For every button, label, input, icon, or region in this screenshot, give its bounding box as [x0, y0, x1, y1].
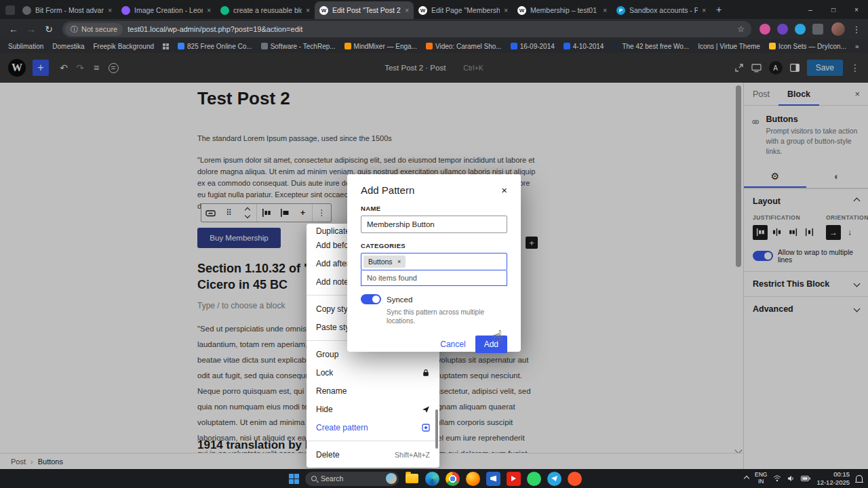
suggestions-list: No items found — [361, 270, 507, 286]
synced-help-text: Sync this pattern across multiple locati… — [387, 308, 507, 325]
info-icon: ⓘ — [71, 24, 78, 35]
windows-taskbar: Search ENG IN 00:15 12-12-2025 — [0, 469, 868, 488]
new-tab-button[interactable]: + — [716, 4, 722, 15]
tab-close-icon[interactable]: × — [504, 7, 508, 14]
browser-menu-kebab-icon[interactable]: ⋮ — [850, 24, 863, 35]
bookmark-item[interactable]: Icon Sets — DryIcon... — [769, 43, 846, 50]
tab-title: Membership – test01 — [530, 6, 599, 14]
wordpress-favicon: W — [517, 6, 526, 15]
bookmark-item[interactable]: Software - TechRep... — [261, 43, 336, 50]
bookmark-favicon — [769, 43, 776, 49]
not-secure-badge[interactable]: ⓘ Not secure — [65, 23, 123, 36]
bookmark-item[interactable]: 16-09-2014 — [511, 43, 555, 50]
brave-icon[interactable] — [568, 472, 582, 486]
synced-toggle[interactable] — [361, 294, 381, 304]
minimize-button[interactable]: – — [799, 0, 822, 19]
menu-scrollbar[interactable] — [435, 409, 438, 449]
bookmark-item[interactable]: Sublimation — [8, 43, 43, 50]
bookmark-item[interactable]: Domestika — [52, 43, 84, 50]
profile-avatar[interactable] — [831, 22, 845, 36]
tab-close-icon[interactable]: × — [603, 7, 607, 14]
bookmarks-bar: Sublimation Domestika Freepik Background… — [0, 39, 868, 53]
pattern-name-input[interactable] — [361, 216, 507, 233]
tab-close-icon[interactable]: × — [405, 7, 409, 14]
chrome-icon[interactable] — [446, 472, 460, 486]
edge-icon[interactable] — [425, 472, 439, 486]
browser-tab-active[interactable]: W Edit Post "Test Post 2" • test01 × — [315, 1, 414, 19]
category-token: Buttons × — [363, 256, 406, 268]
menu-item-delete[interactable]: DeleteShift+Alt+Z — [307, 445, 439, 464]
taskbar-clock[interactable]: 00:15 12-12-2025 — [816, 470, 850, 487]
menu-item-rename[interactable]: Rename — [307, 382, 439, 400]
menu-item-create-pattern[interactable]: Create pattern — [307, 418, 439, 436]
clock-time: 00:15 — [816, 470, 850, 479]
extensions-puzzle-icon[interactable] — [812, 24, 823, 35]
extension-icon-pink[interactable] — [760, 24, 770, 35]
browser-toolbar: ← → ↻ ⓘ Not secure test01.local/wp-admin… — [0, 19, 868, 39]
start-button-icon[interactable] — [289, 474, 299, 484]
close-modal-icon[interactable]: × — [501, 184, 507, 196]
tab-title: Image Creation - Leonardo.Ai X — [134, 6, 203, 14]
close-window-button[interactable]: × — [845, 0, 868, 19]
url-text[interactable]: test01.local/wp-admin/post.php?post=19&a… — [127, 25, 732, 33]
tab-close-icon[interactable]: × — [702, 7, 706, 14]
reload-icon[interactable]: ↻ — [41, 24, 57, 35]
whatsapp-icon[interactable] — [527, 472, 541, 486]
browser-tab-5[interactable]: W Edit Page "Membership" • test0 × — [414, 1, 513, 19]
bookmark-item[interactable]: Video: Caramel Sho... — [426, 43, 502, 50]
bookmark-star-icon[interactable]: ☆ — [737, 24, 745, 34]
taskbar-search[interactable]: Search — [305, 472, 399, 486]
bookmark-label: 4-10-2014 — [573, 43, 604, 50]
extension-icon-purple[interactable] — [777, 24, 788, 35]
categories-token-field[interactable]: Buttons × — [361, 253, 507, 270]
browser-tab-7[interactable]: P Sandbox accounts - PayPal De × — [612, 1, 711, 19]
forward-icon[interactable]: → — [23, 24, 39, 35]
bookmark-item[interactable]: 4-10-2014 — [564, 43, 604, 50]
bookmark-item[interactable]: 825 Free Online Co... — [178, 43, 252, 50]
youtube-icon[interactable] — [507, 472, 521, 486]
language-indicator[interactable]: ENG IN — [755, 472, 767, 485]
screen: Bit Form - Most advanced form × Image Cr… — [0, 0, 868, 488]
menu-separator — [307, 441, 439, 441]
tab-title: Sandbox accounts - PayPal De — [629, 6, 698, 14]
apps-grid-icon[interactable] — [163, 43, 169, 49]
delete-shortcut: Shift+Alt+Z — [395, 451, 430, 459]
tab-close-icon[interactable]: × — [306, 7, 310, 14]
bookmark-item[interactable]: Icons | Virtue Theme — [698, 43, 760, 50]
system-tray: ENG IN 00:15 12-12-2025 — [745, 470, 863, 487]
name-label: NAME — [361, 205, 507, 212]
menu-item-lock[interactable]: Lock — [307, 363, 439, 382]
battery-icon[interactable] — [801, 476, 810, 481]
extension-icon-blue[interactable] — [795, 24, 806, 35]
bookmark-item[interactable]: MindMixer — Enga... — [344, 43, 417, 50]
file-explorer-icon[interactable] — [405, 472, 419, 486]
bookmark-label: The 42 best free Wo... — [622, 43, 689, 50]
telegram-icon[interactable] — [547, 472, 561, 486]
bookmarks-overflow-icon[interactable]: » — [855, 43, 859, 50]
menu-item-hide[interactable]: Hide — [307, 400, 439, 418]
maximize-button[interactable]: □ — [822, 0, 845, 19]
wordpress-favicon: W — [319, 6, 328, 15]
browser-tab-3[interactable]: create a reusuable block astra × — [216, 1, 315, 19]
notifications-bell-icon[interactable] — [856, 475, 863, 482]
remove-token-icon[interactable]: × — [395, 258, 403, 266]
volume-icon[interactable] — [787, 475, 795, 482]
bookmark-item[interactable]: Freepik Background — [94, 43, 155, 50]
browser-tab-1[interactable]: Bit Form - Most advanced form × — [18, 1, 117, 19]
address-bar[interactable]: ⓘ Not secure test01.local/wp-admin/post.… — [62, 21, 751, 37]
browser-tab-6[interactable]: W Membership – test01 × — [513, 1, 612, 19]
vscode-icon[interactable] — [486, 472, 500, 486]
cancel-button[interactable]: Cancel — [440, 340, 465, 349]
tab-title: Edit Page "Membership" • test0 — [431, 6, 500, 14]
browser-tab-2[interactable]: Image Creation - Leonardo.Ai X × — [117, 1, 216, 19]
bookmark-item[interactable]: The 42 best free Wo... — [612, 43, 689, 50]
firefox-icon[interactable] — [466, 472, 480, 486]
tab-close-icon[interactable]: × — [207, 7, 211, 14]
wifi-icon[interactable] — [773, 475, 781, 482]
security-label: Not secure — [81, 25, 117, 33]
tray-chevron-icon[interactable] — [744, 476, 749, 481]
tab-search-icon[interactable] — [5, 5, 15, 15]
back-icon[interactable]: ← — [5, 24, 22, 35]
tab-close-icon[interactable]: × — [108, 7, 112, 14]
bookmark-label: Video: Caramel Sho... — [435, 43, 502, 50]
